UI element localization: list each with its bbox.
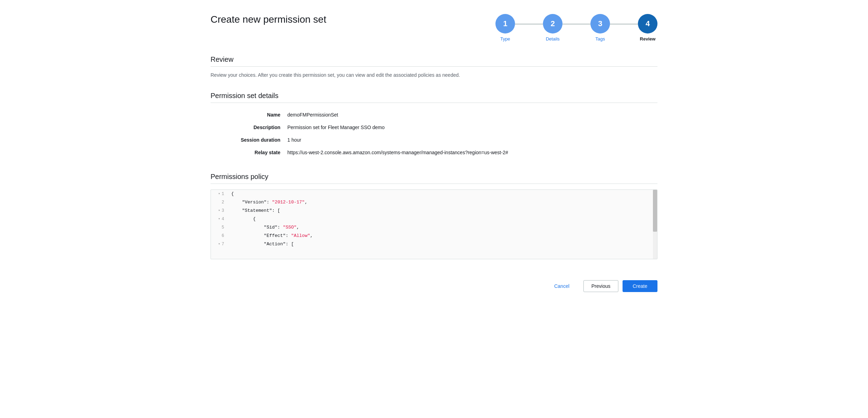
review-description: Review your choices. After you create th… [211, 72, 657, 78]
step-circle-2: 2 [543, 14, 562, 33]
line-num-7: ▾ 7 [211, 240, 228, 248]
code-content-4: { [228, 215, 256, 223]
line-num-3: ▾ 3 [211, 207, 228, 215]
line-num-2: 2 [211, 198, 228, 207]
value-name: demoFMPermissionSet [287, 112, 657, 118]
review-divider [211, 66, 657, 67]
wizard-step-1: 1 Type [495, 14, 515, 42]
fold-arrow-7: ▾ [218, 240, 220, 248]
code-line-1: ▾ 1 { [211, 190, 657, 198]
review-section: Review Review your choices. After you cr… [211, 55, 657, 78]
scrollbar-thumb[interactable] [653, 190, 657, 232]
line-num-5: 5 [211, 223, 228, 232]
step-circle-4: 4 [638, 14, 657, 33]
step-circle-3: 3 [590, 14, 610, 33]
fold-arrow-4: ▾ [218, 215, 220, 223]
value-relay-state: https://us-west-2.console.aws.amazon.com… [287, 150, 657, 155]
label-name: Name [211, 112, 287, 118]
step-label-2: Details [546, 36, 560, 42]
code-string-version: "2012-10-17" [272, 200, 305, 205]
details-row-name: Name demoFMPermissionSet [211, 109, 657, 121]
details-table: Name demoFMPermissionSet Description Per… [211, 109, 657, 159]
permissions-policy-title: Permissions policy [211, 173, 657, 181]
permission-set-details-title: Permission set details [211, 92, 657, 100]
value-session-duration: 1 hour [287, 137, 657, 143]
label-description: Description [211, 125, 287, 130]
label-relay-state: Relay state [211, 150, 287, 155]
page-title: Create new permission set [211, 14, 326, 25]
code-content-2: "Version": "2012-10-17", [228, 198, 307, 207]
details-row-description: Description Permission set for Fleet Man… [211, 121, 657, 134]
code-line-2: 2 "Version": "2012-10-17", [211, 198, 657, 207]
code-line-7: ▾ 7 "Action": [ [211, 240, 657, 248]
wizard-step-2: 2 Details [543, 14, 562, 42]
footer-actions: Cancel Previous Create [211, 273, 657, 292]
code-content-6: "Effect": "Allow", [228, 232, 313, 240]
code-line-3: ▾ 3 "Statement": [ [211, 207, 657, 215]
page-container: Create new permission set 1 Type 2 Detai… [190, 0, 678, 313]
create-button[interactable]: Create [623, 280, 657, 292]
page-header: Create new permission set 1 Type 2 Detai… [211, 14, 657, 42]
value-description: Permission set for Fleet Manager SSO dem… [287, 125, 657, 130]
code-block: ▾ 1 { 2 "Version": "2012-10-17", ▾ [211, 189, 657, 259]
wizard-step-3: 3 Tags [590, 14, 610, 42]
details-divider [211, 103, 657, 103]
code-content-7: "Action": [ [228, 240, 294, 248]
code-lines: ▾ 1 { 2 "Version": "2012-10-17", ▾ [211, 190, 657, 248]
scrollbar-track[interactable] [653, 190, 657, 259]
details-row-relay-state: Relay state https://us-west-2.console.aw… [211, 146, 657, 159]
wizard-steps: 1 Type 2 Details 3 Tags [495, 14, 657, 42]
code-content-5: "Sid": "SSO", [228, 223, 299, 232]
label-session-duration: Session duration [211, 137, 287, 143]
step-circle-1: 1 [495, 14, 515, 33]
previous-button[interactable]: Previous [583, 280, 618, 292]
wizard-step-4: 4 Review [638, 14, 657, 42]
step-label-1: Type [500, 36, 510, 42]
code-line-6: 6 "Effect": "Allow", [211, 232, 657, 240]
policy-divider [211, 184, 657, 184]
line-num-4: ▾ 4 [211, 215, 228, 223]
cancel-button[interactable]: Cancel [544, 281, 579, 292]
line-num-1: ▾ 1 [211, 190, 228, 198]
fold-arrow-1: ▾ [218, 190, 220, 198]
step-connector-3-4 [610, 24, 638, 24]
line-num-6: 6 [211, 232, 228, 240]
step-label-3: Tags [595, 36, 605, 42]
code-line-4: ▾ 4 { [211, 215, 657, 223]
code-string-sid: "SSO" [283, 225, 296, 230]
fold-arrow-3: ▾ [218, 207, 220, 215]
step-label-4: Review [640, 36, 656, 42]
code-content-3: "Statement": [ [228, 207, 280, 215]
permissions-policy-section: Permissions policy ▾ 1 { 2 "Ver [211, 173, 657, 259]
step-connector-1-2 [515, 24, 543, 24]
details-row-session-duration: Session duration 1 hour [211, 134, 657, 146]
permission-set-details-section: Permission set details Name demoFMPermis… [211, 92, 657, 159]
review-section-title: Review [211, 55, 657, 64]
code-content-1: { [228, 190, 234, 198]
code-line-5: 5 "Sid": "SSO", [211, 223, 657, 232]
code-string-effect: "Allow" [291, 233, 310, 238]
step-connector-2-3 [562, 24, 590, 24]
